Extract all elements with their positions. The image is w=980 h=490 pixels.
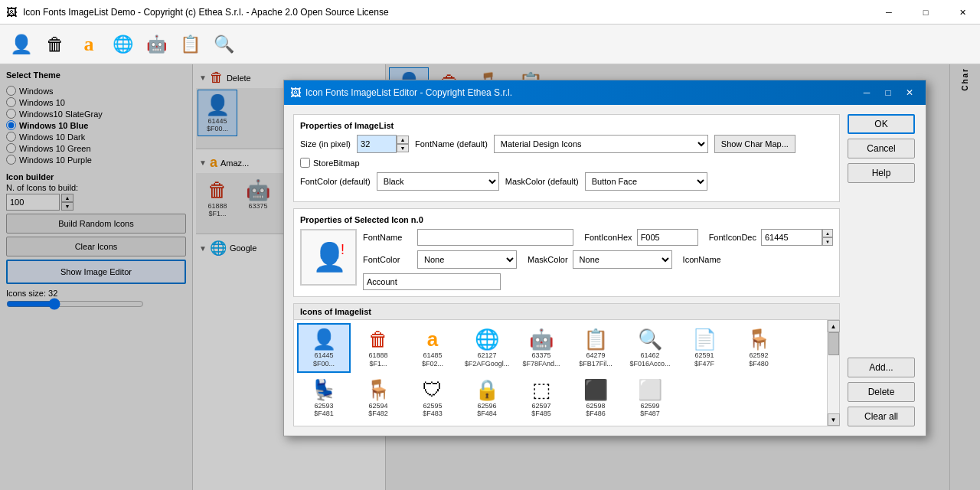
selected-props-fields: FontName FontIconHex FontIconDec ▲ ▼ bbox=[363, 229, 833, 290]
show-char-map-btn[interactable]: Show Char Map... bbox=[714, 135, 795, 153]
imagelist-props-section: Properties of ImageList Size (in pixel) … bbox=[293, 114, 840, 202]
add-button[interactable]: Add... bbox=[848, 358, 915, 377]
il-icon-12: 🔒 bbox=[475, 378, 499, 402]
imagelist-item-3[interactable]: 🌐 62127 $F2AFGoogl... bbox=[460, 323, 514, 373]
sf-fontcolor-dropdown[interactable]: None bbox=[417, 250, 517, 269]
sf-dec-spin: ▲ ▼ bbox=[761, 229, 833, 246]
sf-iconname-label: IconName bbox=[683, 255, 721, 264]
toolbar-user-btn[interactable]: 👤 bbox=[6, 29, 37, 60]
sf-dec-spinners: ▲ ▼ bbox=[822, 229, 833, 246]
toolbar-delete-btn[interactable]: 🗑 bbox=[40, 29, 70, 60]
maskcolor-label: MaskColor (default) bbox=[505, 177, 579, 186]
title-bar: 🖼 Icon Fonts ImageList Demo - Copyright … bbox=[0, 0, 980, 24]
sf-dec-input[interactable] bbox=[761, 229, 822, 246]
toolbar-amazon-btn[interactable]: a bbox=[74, 29, 104, 60]
preview-exclamation: ! bbox=[341, 242, 345, 258]
sf-hex-label: FontIconHex bbox=[584, 233, 632, 242]
sf-maskcolor-dropdown[interactable]: None bbox=[573, 250, 672, 269]
sf-hex-input[interactable] bbox=[637, 229, 698, 246]
delete-button[interactable]: Delete bbox=[848, 382, 915, 402]
dialog-title-controls: ─ □ ✕ bbox=[857, 85, 920, 100]
selected-props-body: 👤 ! FontName FontIconHex FontIconDec bbox=[300, 229, 833, 290]
scroll-thumb[interactable] bbox=[828, 332, 839, 355]
sf-dec-down[interactable]: ▼ bbox=[822, 237, 833, 246]
imagelist-item-11[interactable]: 🛡 62595 $F483 bbox=[406, 374, 459, 423]
imagelist-item-13[interactable]: ⬚ 62597 $F485 bbox=[514, 374, 568, 423]
il-icon-10: 🪑 bbox=[366, 378, 390, 402]
dialog-main: Properties of ImageList Size (in pixel) … bbox=[293, 114, 840, 426]
il-icon-8: 🪑 bbox=[746, 328, 771, 351]
il-icon-3: 🌐 bbox=[475, 328, 499, 351]
selected-icon-preview: 👤 ! bbox=[300, 229, 357, 286]
fontcolor-dropdown[interactable]: Black bbox=[377, 172, 499, 191]
selected-props-title: Properties of Selected Icon n.0 bbox=[300, 215, 833, 224]
imagelist-item-5[interactable]: 📋 64279 $FB17Fil... bbox=[569, 323, 622, 373]
toolbar-file-btn[interactable]: 📋 bbox=[175, 29, 205, 60]
dialog-close-btn[interactable]: ✕ bbox=[900, 85, 920, 100]
sf-fontname-input[interactable] bbox=[417, 229, 573, 246]
dialog-maximize-btn[interactable]: □ bbox=[878, 85, 898, 100]
imagelist-item-7[interactable]: 📄 62591 $F47F bbox=[678, 323, 731, 373]
store-bitmap-check[interactable]: StoreBitmap bbox=[300, 158, 360, 168]
title-bar-controls: ─ □ ✕ bbox=[871, 0, 980, 24]
il-icon-5: 📋 bbox=[583, 328, 608, 351]
imagelist-item-12[interactable]: 🔒 62596 $F484 bbox=[460, 374, 514, 423]
sf-dec-up[interactable]: ▲ bbox=[822, 229, 833, 237]
toolbar-chrome-btn[interactable]: 🌐 bbox=[107, 29, 138, 60]
store-bitmap-checkbox[interactable] bbox=[300, 158, 310, 168]
maskcolor-dropdown[interactable]: Button Face bbox=[585, 172, 707, 191]
fontname-dropdown[interactable]: Material Design Icons bbox=[494, 135, 708, 153]
size-input[interactable] bbox=[357, 135, 397, 153]
imagelist-item-1[interactable]: 🗑 61888 $F1... bbox=[351, 323, 405, 373]
dialog-minimize-btn[interactable]: ─ bbox=[857, 85, 877, 100]
imagelist-item-6[interactable]: 🔍 61462 $F016Acco... bbox=[623, 323, 677, 373]
fontname-label: FontName (default) bbox=[415, 139, 488, 149]
scroll-track bbox=[828, 332, 839, 413]
imagelist-item-9[interactable]: 💺 62593 $F481 bbox=[297, 374, 351, 423]
scroll-up-btn[interactable]: ▲ bbox=[828, 320, 840, 332]
imagelist-item-2[interactable]: a 61485 $F02... bbox=[406, 323, 459, 373]
dialog-right-buttons: OK Cancel Help Add... Delete Clear all bbox=[848, 114, 916, 426]
il-icon-4: 🤖 bbox=[529, 328, 554, 351]
imagelist-item-0[interactable]: 👤 61445 $F00... bbox=[297, 323, 351, 373]
clear-all-button[interactable]: Clear all bbox=[848, 407, 915, 426]
imagelist-item-14[interactable]: ⬛ 62598 $F486 bbox=[569, 374, 622, 423]
toolbar-amazon-icon: a bbox=[84, 33, 94, 56]
il-icon-1: 🗑 bbox=[368, 328, 388, 351]
il-icon-6: 🔍 bbox=[638, 328, 662, 351]
toolbar-android-btn[interactable]: 🤖 bbox=[141, 29, 172, 60]
sf-row-fontname: FontName FontIconHex FontIconDec ▲ ▼ bbox=[363, 229, 833, 246]
il-icon-7: 📄 bbox=[692, 328, 717, 351]
help-button[interactable]: Help bbox=[848, 163, 915, 183]
cancel-button[interactable]: Cancel bbox=[848, 139, 915, 158]
minimize-button[interactable]: ─ bbox=[871, 0, 906, 24]
il-icon-13: ⬚ bbox=[532, 378, 551, 402]
toolbar-search-icon: 🔍 bbox=[214, 34, 234, 54]
toolbar-search-btn[interactable]: 🔍 bbox=[208, 29, 239, 60]
imagelist-item-10[interactable]: 🪑 62594 $F482 bbox=[351, 374, 405, 423]
dialog-title-icon: 🖼 bbox=[290, 87, 301, 99]
toolbar-delete-icon: 🗑 bbox=[46, 34, 64, 55]
imagelist-item-15[interactable]: ⬜ 62599 $F487 bbox=[623, 374, 677, 423]
imagelist-item-4[interactable]: 🤖 63375 $F78FAnd... bbox=[514, 323, 568, 373]
size-down-btn[interactable]: ▼ bbox=[397, 144, 409, 152]
maximize-button[interactable]: □ bbox=[908, 0, 943, 24]
toolbar: 👤 🗑 a 🌐 🤖 📋 🔍 bbox=[0, 24, 980, 64]
sf-fontname-label: FontName bbox=[363, 233, 413, 242]
close-button[interactable]: ✕ bbox=[945, 0, 980, 24]
il-icon-11: 🛡 bbox=[423, 378, 443, 402]
sf-iconname-input[interactable] bbox=[363, 273, 501, 290]
toolbar-chrome-icon: 🌐 bbox=[113, 34, 133, 54]
scroll-down-btn[interactable]: ▼ bbox=[828, 413, 840, 426]
imagelist-item-8[interactable]: 🪑 62592 $F480 bbox=[732, 323, 786, 373]
imagelist-editor-dialog: 🖼 Icon Fonts ImageList Editor - Copyrigh… bbox=[283, 80, 926, 436]
size-input-wrap: ▲ ▼ bbox=[357, 135, 409, 153]
toolbar-file-icon: 📋 bbox=[180, 34, 201, 54]
sf-color-label: FontColor bbox=[363, 255, 413, 264]
imagelist-grid-wrap: 👤 61445 $F00... 🗑 61888 $F1... a bbox=[294, 320, 839, 426]
store-bitmap-label: StoreBitmap bbox=[313, 158, 360, 168]
il-icon-2: a bbox=[427, 328, 438, 351]
size-up-btn[interactable]: ▲ bbox=[397, 136, 409, 144]
ok-button[interactable]: OK bbox=[848, 114, 915, 134]
dialog-title-bar: 🖼 Icon Fonts ImageList Editor - Copyrigh… bbox=[284, 80, 926, 105]
